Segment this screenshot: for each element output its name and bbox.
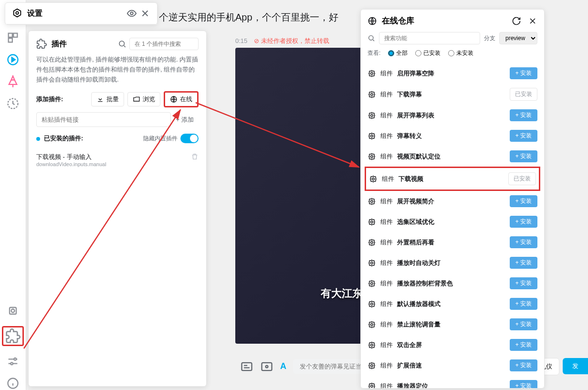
plugin-search-input[interactable] (129, 38, 199, 50)
branch-select[interactable]: preview (499, 32, 537, 44)
svg-rect-19 (369, 71, 375, 76)
svg-rect-47 (369, 363, 375, 368)
svg-point-30 (372, 178, 375, 180)
close-icon[interactable] (528, 16, 537, 26)
component-icon (368, 300, 376, 308)
add-plugin-label: 添加插件: (36, 95, 88, 104)
install-button[interactable]: + 安装 (510, 359, 537, 371)
repo-item: 组件展开弹幕列表+ 安装 (368, 105, 537, 126)
svg-rect-43 (369, 322, 375, 327)
repo-item: 组件默认播放器模式+ 安装 (368, 294, 537, 314)
component-icon (368, 238, 376, 247)
hide-builtin-toggle[interactable] (180, 134, 199, 143)
filter-not-installed-radio[interactable]: 未安装 (448, 49, 473, 57)
search-icon[interactable] (118, 40, 126, 48)
close-icon[interactable] (140, 8, 150, 19)
install-button[interactable]: + 安装 (510, 277, 537, 289)
component-icon (368, 152, 376, 161)
danmaku-settings-icon[interactable] (260, 360, 273, 373)
sidebar-sliders-icon[interactable] (6, 355, 20, 368)
settings-panel: 设置 (5, 2, 158, 25)
sidebar-info-icon[interactable] (6, 377, 20, 390)
filter-all-radio[interactable]: 全部 (388, 49, 408, 57)
svg-point-22 (371, 93, 373, 95)
install-button[interactable]: + 安装 (510, 216, 537, 228)
sidebar-component-icon[interactable] (6, 304, 20, 317)
svg-rect-1 (262, 362, 272, 370)
svg-point-50 (371, 385, 373, 387)
install-button[interactable]: + 安装 (510, 236, 537, 248)
svg-point-2 (266, 365, 268, 368)
svg-rect-33 (369, 219, 375, 224)
plugin-link-input[interactable] (36, 112, 171, 127)
svg-point-42 (371, 303, 373, 305)
left-sidebar (0, 0, 26, 390)
sidebar-home-icon[interactable] (6, 31, 20, 44)
install-button[interactable]: + 安装 (510, 318, 537, 330)
globe-icon (368, 16, 377, 26)
install-button[interactable]: + 安装 (510, 298, 537, 310)
svg-point-38 (371, 262, 373, 264)
svg-point-34 (371, 221, 373, 223)
danmaku-icon[interactable] (240, 360, 253, 373)
browse-button[interactable]: 浏览 (127, 92, 160, 106)
repo-title: 在线仓库 (382, 15, 505, 26)
repo-item: 组件下载弹幕已安装 (368, 84, 537, 105)
install-button[interactable]: + 安装 (510, 130, 537, 142)
repo-item: 组件禁止滚轮调音量+ 安装 (368, 314, 537, 335)
install-button[interactable]: + 安装 (510, 380, 537, 389)
svg-point-24 (371, 114, 373, 116)
component-icon (368, 259, 376, 267)
install-button[interactable]: + 安装 (510, 150, 537, 162)
repo-item: 组件扩展倍速+ 安装 (368, 355, 537, 376)
install-button[interactable]: + 安装 (510, 67, 537, 79)
add-link-button[interactable]: + 添加 (171, 113, 199, 127)
svg-point-20 (371, 72, 373, 74)
repo-search-input[interactable] (379, 32, 480, 44)
install-button[interactable]: + 安装 (510, 109, 537, 121)
install-button[interactable]: + 安装 (510, 339, 537, 351)
send-button[interactable]: 发 (563, 358, 588, 374)
refresh-icon[interactable] (512, 16, 521, 26)
svg-point-36 (371, 241, 373, 243)
component-icon (368, 69, 376, 78)
svg-point-48 (371, 364, 373, 367)
component-icon (369, 175, 378, 183)
online-button[interactable]: 在线 (164, 91, 199, 107)
repo-panel: 在线仓库 分支 preview 查看: 全部 已安装 未安装 组件启用弹幕空降+… (360, 9, 545, 389)
svg-point-15 (119, 41, 125, 46)
svg-rect-25 (369, 133, 375, 138)
sidebar-rocket-icon[interactable] (6, 75, 20, 88)
video-meta: 0:15 ⊘ 未经作者授权，禁止转载 (235, 37, 329, 45)
svg-point-10 (14, 358, 16, 360)
font-icon[interactable]: A (280, 361, 286, 371)
installed-plugin-item[interactable]: 下载视频 - 手动输入downloadVideo.inputs.manual (36, 149, 199, 171)
sidebar-play-icon[interactable] (6, 53, 20, 66)
hide-builtin-label: 隐藏内置插件 (143, 135, 178, 143)
puzzle-icon (36, 39, 47, 49)
installed-badge: 已安装 (510, 88, 537, 101)
filter-installed-radio[interactable]: 已安装 (415, 49, 441, 57)
svg-point-40 (371, 282, 373, 285)
install-button[interactable]: + 安装 (510, 195, 537, 207)
svg-point-32 (371, 200, 373, 202)
repo-item: 组件播放时自动关灯+ 安装 (368, 253, 537, 273)
component-icon (368, 320, 376, 329)
svg-rect-41 (369, 301, 375, 306)
svg-rect-23 (369, 113, 375, 118)
svg-rect-8 (10, 307, 16, 314)
search-icon (368, 34, 375, 42)
svg-point-13 (16, 11, 19, 14)
component-icon (368, 90, 376, 99)
eye-icon[interactable] (126, 8, 137, 19)
component-icon (368, 132, 376, 140)
svg-rect-3 (9, 33, 12, 37)
filter-label: 查看: (368, 49, 380, 57)
sidebar-plugin-icon[interactable] (2, 326, 24, 346)
svg-point-46 (371, 344, 373, 346)
batch-button[interactable]: 批量 (91, 92, 124, 106)
install-button[interactable]: + 安装 (510, 257, 537, 269)
svg-rect-39 (369, 281, 375, 286)
trash-icon[interactable] (191, 153, 199, 160)
sidebar-history-icon[interactable] (6, 97, 20, 110)
